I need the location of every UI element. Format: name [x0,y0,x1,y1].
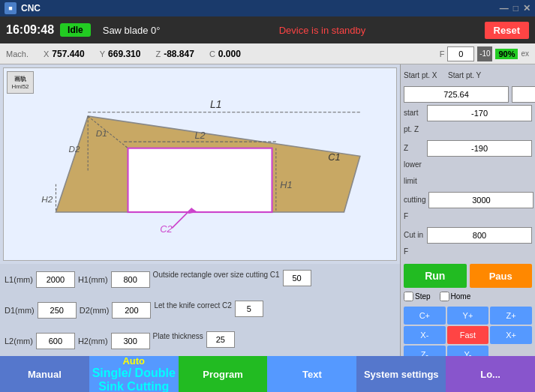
close-icon[interactable]: ✕ [523,3,530,13]
h2-input[interactable] [111,333,150,349]
cutting-f-label: cutting F [404,192,425,225]
y-label: Y [100,49,105,58]
start-pt-x-input[interactable] [404,86,509,103]
cut-in-f-label: Cut in F [404,227,424,260]
outside-rect-input-1[interactable] [283,270,311,286]
status-badge: Idle [60,23,91,37]
action-row: Run Paus [404,264,532,288]
text-button[interactable]: Text [267,356,356,392]
x-plus-button[interactable]: X+ [490,326,532,344]
fast-button[interactable]: Fast [447,326,489,344]
c-plus-button[interactable]: C+ [404,307,446,325]
main-content: 画轨 Hmi52 L1 L2 [0,64,535,356]
d2-label: D2(mm) [80,306,110,315]
svg-text:L2: L2 [194,130,205,141]
f-minus-button[interactable]: -10 [477,46,492,61]
d2-input[interactable] [112,302,151,319]
y-minus-button[interactable]: Y- [447,346,489,356]
f-input[interactable] [447,46,474,61]
outside-rect-input-3[interactable] [206,331,235,348]
svg-text:H1: H1 [280,179,292,190]
sink-cutting-label: Single/ Double Sink Cutting [89,367,179,393]
start-pt-xy-values [404,86,532,103]
z-lower-input[interactable] [427,140,532,157]
d1-input[interactable] [38,302,77,319]
outside-rect-row-2: Let the knife correct C2 [154,301,263,317]
home-checkbox[interactable] [440,292,449,301]
hmi-icon-button[interactable]: 画轨 Hmi52 [7,71,34,94]
outside-rect-label-2: Let the knife correct C2 [154,301,231,310]
app-icon: ■ [5,2,17,14]
cut-in-f-row: Cut in F [404,227,532,260]
l2-input[interactable] [36,333,75,349]
x-position: X 757.440 [44,49,85,59]
params-row-1: L1(mm) H1(mm) Outside rectangle over siz… [0,264,400,295]
device-status: Device is in standby [166,25,478,36]
program-button[interactable]: Program [179,356,268,392]
cutting-diagram: L1 L2 D1 D2 H1 H2 C [4,68,396,260]
minimize-icon[interactable]: — [500,3,509,13]
cutting-f-input[interactable] [428,192,533,208]
position-row: Mach. X 757.440 Y 669.310 Z -88.847 C 0.… [0,43,535,64]
svg-text:H2: H2 [41,194,53,204]
time-display: 16:09:48 [6,23,54,37]
reset-button[interactable]: Reset [485,22,529,39]
outside-rect-label-3: Plate thickness [153,331,203,341]
step-checkbox[interactable] [404,292,413,301]
step-checkbox-label[interactable]: Step [404,292,431,301]
y-plus-button[interactable]: Y+ [447,307,489,325]
z-position: Z -88.847 [155,49,194,59]
title-bar: ■ CNC — □ ✕ [0,0,535,16]
diagram-area: 画轨 Hmi52 L1 L2 [3,67,397,261]
d1-param: D1(mm) [5,298,77,322]
start-pt-xy-row: Start pt. X Start pt. Y [404,67,532,84]
outside-rect-3: Plate thickness [153,331,235,350]
start-pt-y-input[interactable] [512,86,535,103]
f-percent: 90% [495,49,518,59]
hmi-label: Hmi52 [11,83,29,90]
home-label: Home [451,292,471,301]
settings-panel: Start pt. X Start pt. Y start pt. Z Z lo… [400,64,535,356]
ex-label: ex [521,49,529,58]
f-label: F [440,49,445,58]
window-title: CNC [21,3,41,13]
start-pt-y-label: Start pt. Y [448,67,489,84]
auto-label: Auto [122,355,145,367]
svg-text:C1: C1 [328,151,340,163]
svg-text:C2: C2 [160,223,172,235]
maximize-icon[interactable]: □ [513,3,518,13]
f-group: F -10 90% ex [440,46,529,61]
auto-button[interactable]: Auto Single/ Double Sink Cutting [89,356,179,392]
cut-in-f-input[interactable] [427,227,532,244]
z-plus-button[interactable]: Z+ [490,307,532,325]
z-minus-button[interactable]: Z- [404,346,446,356]
l2-param: L2(mm) [5,328,75,353]
bottom-nav: Manual Auto Single/ Double Sink Cutting … [0,356,535,392]
system-button[interactable]: System settings [356,356,446,392]
x-minus-button[interactable]: X- [404,326,446,344]
c-value: 0.000 [218,49,241,59]
outside-rect-1: Outside rectangle over size cutting C1 [153,270,311,289]
h1-param: H1(mm) [78,267,150,292]
z-lower-label: Z lower limit [404,140,424,190]
manual-button[interactable]: Manual [0,356,89,392]
outside-rect-row-1: Outside rectangle over size cutting C1 [153,270,311,286]
home-checkbox-label[interactable]: Home [440,292,471,301]
left-panel: 画轨 Hmi52 L1 L2 [0,64,400,356]
app-window: ■ CNC — □ ✕ 16:09:48 Idle Saw blade 0° D… [0,0,535,392]
h1-input[interactable] [111,271,150,288]
l1-input[interactable] [36,271,75,288]
c-label: C [209,49,215,58]
c-position: C 0.000 [209,49,241,59]
lo-button[interactable]: Lo... [446,356,535,392]
run-button[interactable]: Run [404,264,467,288]
outside-rect-row-3: Plate thickness [153,331,235,348]
pause-button[interactable]: Paus [470,264,533,288]
outside-rect-input-2[interactable] [235,301,263,317]
x-label: X [44,49,49,58]
params-row-3: L2(mm) H2(mm) Plate thickness [0,325,400,356]
d2-param: D2(mm) [80,298,152,322]
start-pt-z-input[interactable] [427,105,532,121]
start-pt-z-row: start pt. Z [404,105,532,138]
h1-label: H1(mm) [78,275,108,284]
